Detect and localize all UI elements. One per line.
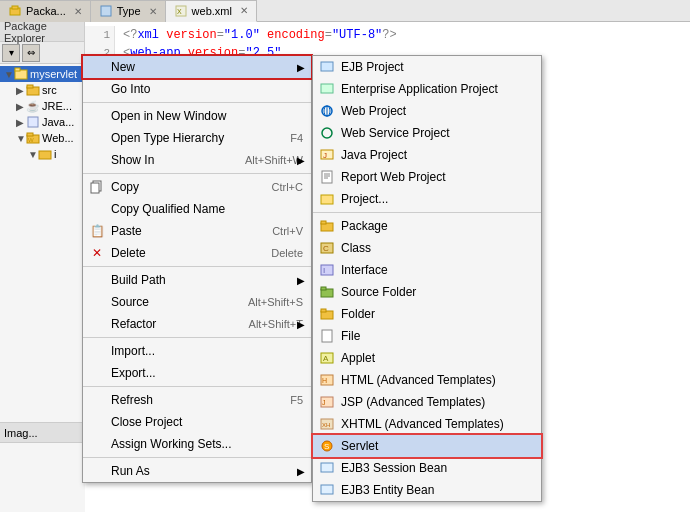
tree-arrow-myservlet: ▼	[4, 69, 14, 80]
svg-text:J: J	[323, 151, 327, 160]
menu-openwindow-label: Open in New Window	[111, 109, 226, 123]
svg-rect-24	[322, 171, 332, 183]
svg-text:W: W	[28, 137, 34, 143]
submenu-sep-1	[313, 212, 541, 213]
tab-package[interactable]: Packa... ✕	[0, 0, 91, 22]
menu-item-paste[interactable]: 📋 Paste Ctrl+V	[83, 220, 311, 242]
tab-package-close[interactable]: ✕	[74, 6, 82, 17]
java-project-icon: J	[319, 147, 335, 163]
submenu-jsp-label: JSP (Advanced Templates)	[341, 395, 485, 409]
submenu-item-ejb3session[interactable]: EJB3 Session Bean	[313, 457, 541, 479]
tab-type-close[interactable]: ✕	[149, 6, 157, 17]
menu-item-showin[interactable]: Show In Alt+Shift+W ▶	[83, 149, 311, 171]
ejb3session-icon	[319, 460, 335, 476]
submenu-item-ejbproject[interactable]: EJB Project	[313, 56, 541, 78]
submenu-item-class[interactable]: C Class	[313, 237, 541, 259]
menu-item-runas[interactable]: Run As ▶	[83, 460, 311, 482]
srcfolder-icon	[26, 83, 40, 97]
menu-item-source[interactable]: Source Alt+Shift+S	[83, 291, 311, 313]
panel-toolbar: ▾ ⇔	[0, 42, 84, 64]
tab-type[interactable]: Type ✕	[91, 0, 166, 22]
menu-item-export[interactable]: Export...	[83, 362, 311, 384]
menu-export-label: Export...	[111, 366, 156, 380]
tab-webxml[interactable]: X web.xml ✕	[166, 0, 257, 22]
menu-sep-6	[83, 457, 311, 458]
submenu-item-interface[interactable]: I Interface	[313, 259, 541, 281]
svg-rect-36	[321, 287, 326, 290]
menu-buildpath-label: Build Path	[111, 273, 166, 287]
menu-item-assignworkingsets[interactable]: Assign Working Sets...	[83, 433, 311, 455]
menu-item-refactor[interactable]: Refactor Alt+Shift+T ▶	[83, 313, 311, 335]
menu-item-delete[interactable]: ✕ Delete Delete	[83, 242, 311, 264]
submenu-item-javaproject[interactable]: J Java Project	[313, 144, 541, 166]
submenu-item-package[interactable]: Package	[313, 215, 541, 237]
submenu-enterpriseapp-label: Enterprise Application Project	[341, 82, 498, 96]
panel-header: Package Explorer	[0, 22, 84, 42]
menu-item-closeproject[interactable]: Close Project	[83, 411, 311, 433]
submenu-item-folder[interactable]: Folder	[313, 303, 541, 325]
submenu-item-jsp[interactable]: J JSP (Advanced Templates)	[313, 391, 541, 413]
submenu-item-xhtml[interactable]: XH XHTML (Advanced Templates)	[313, 413, 541, 435]
submenu-folder-label: Folder	[341, 307, 375, 321]
submenu-item-webproject[interactable]: Web Project	[313, 100, 541, 122]
applet-submenu-icon: A	[319, 350, 335, 366]
submenu-item-reportwebproject[interactable]: Report Web Project	[313, 166, 541, 188]
tree-area: ▼ myservlet ▶ src ▶ ☕ JRE...	[0, 64, 84, 164]
submenu-reportwebproject-label: Report Web Project	[341, 170, 446, 184]
menu-item-opentypehierarchy[interactable]: Open Type Hierarchy F4	[83, 127, 311, 149]
interface-submenu-icon: I	[319, 262, 335, 278]
menu-item-buildpath[interactable]: Build Path ▶	[83, 269, 311, 291]
tree-item-webinf[interactable]: ▼ i	[0, 146, 84, 162]
menu-item-refresh[interactable]: Refresh F5	[83, 389, 311, 411]
menu-showin-shortcut: Alt+Shift+W	[245, 154, 303, 166]
toolbar-link-btn[interactable]: ⇔	[22, 44, 40, 62]
jre-icon: ☕	[26, 99, 40, 113]
submenu-item-webserviceproject[interactable]: Web Service Project	[313, 122, 541, 144]
submenu-xhtml-label: XHTML (Advanced Templates)	[341, 417, 504, 431]
menu-copy-shortcut: Ctrl+C	[272, 181, 303, 193]
report-icon	[319, 169, 335, 185]
tree-item-src[interactable]: ▶ src	[0, 82, 84, 98]
bottom-panel-title: Imag...	[4, 427, 38, 439]
menu-item-gointo[interactable]: Go Into	[83, 78, 311, 100]
svg-rect-38	[321, 309, 326, 312]
menu-showin-label: Show In	[111, 153, 154, 167]
tree-item-myservlet[interactable]: ▼ myservlet	[0, 66, 84, 82]
menu-sep-5	[83, 386, 311, 387]
submenu-item-file[interactable]: File	[313, 325, 541, 347]
toolbar-collapse-btn[interactable]: ▾	[2, 44, 20, 62]
submenu-item-ejb3entity[interactable]: EJB3 Entity Bean	[313, 479, 541, 501]
menu-delete-label: Delete	[111, 246, 146, 260]
menu-item-new[interactable]: New ▶	[83, 56, 311, 78]
submenu-item-sourcefolder[interactable]: Source Folder	[313, 281, 541, 303]
menu-item-openwindow[interactable]: Open in New Window	[83, 105, 311, 127]
menu-source-label: Source	[111, 295, 149, 309]
tree-item-jre[interactable]: ▶ ☕ JRE...	[0, 98, 84, 114]
submenu-ejb3entity-label: EJB3 Entity Bean	[341, 483, 434, 497]
tree-item-web[interactable]: ▼ W Web...	[0, 130, 84, 146]
java-lib-icon	[26, 115, 40, 129]
menu-item-import[interactable]: Import...	[83, 340, 311, 362]
submenu-webproject-label: Web Project	[341, 104, 406, 118]
svg-rect-28	[321, 195, 333, 204]
menu-refactor-arrow: ▶	[297, 319, 305, 330]
tree-arrow-src: ▶	[16, 85, 26, 96]
ide-background: Packa... ✕ Type ✕ X web.xml ✕ Package Ex…	[0, 0, 690, 512]
class-submenu-icon: C	[319, 240, 335, 256]
submenu-item-enterpriseapp[interactable]: Enterprise Application Project	[313, 78, 541, 100]
submenu-item-html[interactable]: H HTML (Advanced Templates)	[313, 369, 541, 391]
tab-webxml-close[interactable]: ✕	[240, 5, 248, 16]
menu-opentype-shortcut: F4	[290, 132, 303, 144]
submenu-item-applet[interactable]: A Applet	[313, 347, 541, 369]
menu-item-copy[interactable]: Copy Ctrl+C	[83, 176, 311, 198]
menu-runas-arrow: ▶	[297, 466, 305, 477]
tree-item-java[interactable]: ▶ Java...	[0, 114, 84, 130]
submenu-file-label: File	[341, 329, 360, 343]
submenu-item-servlet[interactable]: S Servlet	[313, 435, 541, 457]
menu-source-shortcut: Alt+Shift+S	[248, 296, 303, 308]
menu-new-arrow: ▶	[297, 62, 305, 73]
svg-rect-2	[101, 6, 111, 16]
submenu-item-project[interactable]: Project...	[313, 188, 541, 210]
menu-item-copyqualified[interactable]: Copy Qualified Name	[83, 198, 311, 220]
bottom-panel-header: Imag...	[0, 423, 85, 443]
